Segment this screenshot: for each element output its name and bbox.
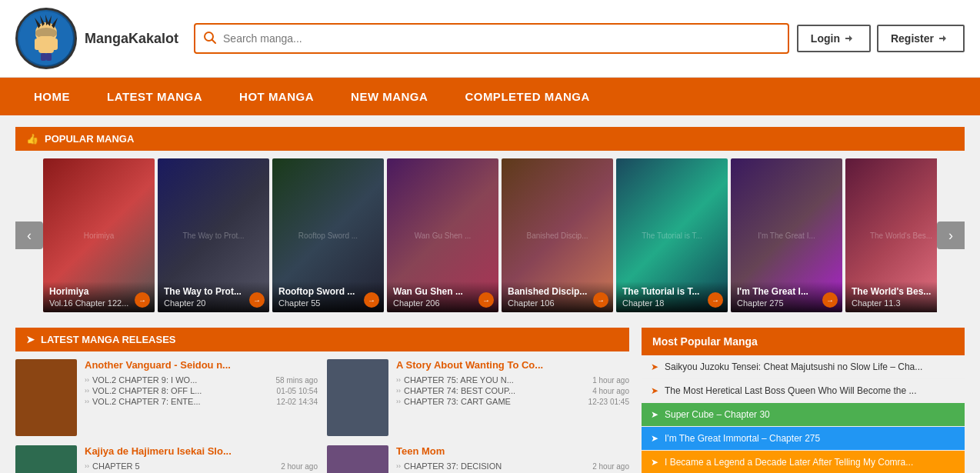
release-title[interactable]: Another Vanguard - Seidou n... [85, 359, 318, 371]
popular-item[interactable]: ➤ I'm The Great Immortal – Chapter 275 [642, 427, 965, 451]
svg-rect-6 [41, 53, 46, 61]
search-input[interactable] [223, 32, 780, 45]
nav-latest[interactable]: LATEST MANGA [88, 78, 221, 115]
popular-item[interactable]: ➤ Super Cube – Chapter 30 [642, 403, 965, 427]
popular-carousel: ‹ Horimiya Horimiya Vol.16 Chapter 122..… [15, 158, 965, 312]
nav-new[interactable]: NEW MANGA [332, 78, 446, 115]
arrow-circle-icon: ➤ [651, 361, 658, 372]
header: MangaKakalot Login Register [0, 0, 980, 78]
release-item: A Story About Wanting To Co... ›› CHAPTE… [327, 359, 629, 436]
release-item: Another Vanguard - Seidou n... ›› VOL.2 … [15, 359, 318, 436]
svg-rect-7 [46, 53, 52, 61]
release-chapter[interactable]: ›› CHAPTER 75: ARE YOU N... 1 hour ago [396, 375, 629, 385]
release-thumbnail[interactable] [327, 445, 388, 473]
carousel-track: Horimiya Horimiya Vol.16 Chapter 122... … [43, 158, 937, 312]
svg-rect-5 [52, 38, 58, 50]
release-chapter[interactable]: ›› CHAPTER 5 2 hour ago [85, 461, 318, 471]
release-title[interactable]: A Story About Wanting To Co... [396, 359, 629, 371]
bullet-icon: ›› [85, 376, 89, 384]
arrow-circle-icon: ➤ [651, 409, 658, 420]
nav-bar: HOME LATEST MANGA HOT MANGA NEW MANGA CO… [0, 78, 980, 115]
manga-card[interactable]: The Tutorial is T... The Tutorial is T..… [616, 158, 728, 312]
bullet-icon: ›› [396, 387, 401, 395]
arrow-circle-icon: ➤ [651, 457, 658, 468]
arrow-circle-icon: ➤ [651, 385, 658, 396]
release-thumbnail[interactable] [327, 359, 388, 436]
manga-card[interactable]: Banished Discip... Banished Discip... Ch… [502, 158, 613, 312]
auth-buttons: Login Register [797, 25, 965, 52]
svg-line-14 [212, 39, 216, 43]
arrow-icon: ➤ [26, 334, 35, 345]
release-info: Kajiya de Hajimeru Isekai Slo... ›› CHAP… [85, 445, 318, 473]
site-name: MangaKakalot [85, 31, 178, 47]
releases-grid: Another Vanguard - Seidou n... ›› VOL.2 … [15, 359, 629, 473]
nav-hot[interactable]: HOT MANGA [221, 78, 332, 115]
release-chapter[interactable]: ›› CHAPTER 37: DECISION 2 hour ago [396, 461, 629, 471]
register-button[interactable]: Register [877, 25, 965, 52]
two-col-layout: ➤ LATEST MANGA RELEASES Another Vanguard… [15, 328, 965, 473]
manga-card[interactable]: The Way to Prot... The Way to Prot... Ch… [158, 158, 269, 312]
release-chapter[interactable]: ›› CHAPTER 74: BEST COUP... 4 hour ago [396, 386, 629, 395]
popular-item[interactable]: ➤ I Became a Legend a Decade Later After… [642, 451, 965, 473]
latest-section-header: ➤ LATEST MANGA RELEASES [15, 328, 629, 351]
svg-rect-15 [845, 38, 850, 39]
bullet-icon: ›› [85, 462, 89, 470]
release-info: A Story About Wanting To Co... ›› CHAPTE… [396, 359, 629, 436]
release-title[interactable]: Kajiya de Hajimeru Isekai Slo... [85, 445, 318, 457]
release-chapter[interactable]: ›› VOL.2 CHAPTER 8: OFF L... 01-05 10:54 [85, 386, 318, 395]
release-info: Another Vanguard - Seidou n... ›› VOL.2 … [85, 359, 318, 436]
bullet-icon: ›› [396, 398, 401, 405]
carousel-prev-button[interactable]: ‹ [15, 222, 43, 249]
arrow-circle-icon: ➤ [651, 433, 658, 444]
release-chapter[interactable]: ›› VOL.2 CHAPTER 9: I WO... 58 mins ago [85, 375, 318, 385]
svg-rect-16 [939, 38, 944, 39]
nav-home[interactable]: HOME [15, 78, 88, 115]
release-item: Kajiya de Hajimeru Isekai Slo... ›› CHAP… [15, 445, 318, 473]
bullet-icon: ›› [85, 387, 89, 395]
release-item: Teen Mom ›› CHAPTER 37: DECISION 2 hour … [327, 445, 629, 473]
bullet-icon: ›› [396, 376, 401, 384]
bullet-icon: ›› [85, 398, 89, 405]
release-title[interactable]: Teen Mom [396, 445, 629, 457]
release-thumbnail[interactable] [15, 445, 77, 473]
manga-card[interactable]: Horimiya Horimiya Vol.16 Chapter 122... … [43, 158, 155, 312]
manga-card[interactable]: Wan Gu Shen ... Wan Gu Shen ... Chapter … [387, 158, 498, 312]
release-chapter[interactable]: ›› VOL.2 CHAPTER 7: ENTE... 12-02 14:34 [85, 397, 318, 406]
manga-card[interactable]: The World's Bes... The World's Bes... Ch… [845, 158, 937, 312]
popular-list: ➤ Saikyou Juzoku Tensei: Cheat Majutsush… [642, 355, 965, 473]
logo-image [15, 8, 77, 69]
svg-rect-4 [35, 38, 41, 50]
manga-card[interactable]: I'm The Great I... I'm The Great I... Ch… [731, 158, 842, 312]
carousel-next-button[interactable]: › [937, 222, 965, 249]
login-button[interactable]: Login [797, 25, 871, 52]
search-area: Login Register [194, 23, 965, 54]
release-info: Teen Mom ›› CHAPTER 37: DECISION 2 hour … [396, 445, 629, 473]
nav-completed[interactable]: COMPLETED MANGA [446, 78, 608, 115]
thumb-icon: 👍 [26, 133, 38, 145]
release-chapter[interactable]: ›› CHAPTER 73: CART GAME 12-23 01:45 [396, 397, 629, 406]
right-column: Most Popular Manga ➤ Saikyou Juzoku Tens… [642, 328, 965, 473]
popular-item[interactable]: ➤ Saikyou Juzoku Tensei: Cheat Majutsush… [642, 355, 965, 379]
popular-section-header: 👍 POPULAR MANGA [15, 127, 965, 151]
left-column: ➤ LATEST MANGA RELEASES Another Vanguard… [15, 328, 629, 473]
search-box [194, 23, 789, 54]
main-content: 👍 POPULAR MANGA ‹ Horimiya Horimiya Vol.… [0, 115, 980, 473]
logo-area: MangaKakalot [15, 8, 178, 69]
manga-card[interactable]: Rooftop Sword ... Rooftop Sword ... Chap… [272, 158, 384, 312]
popular-item[interactable]: ➤ The Most Heretical Last Boss Queen Who… [642, 379, 965, 403]
search-icon [203, 31, 217, 47]
release-thumbnail[interactable] [15, 359, 77, 436]
bullet-icon: ›› [396, 462, 401, 470]
most-popular-header: Most Popular Manga [642, 328, 965, 355]
